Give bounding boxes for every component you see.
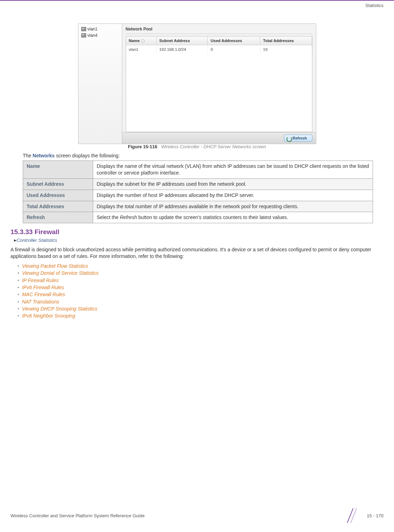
param-row: Refresh Select the Refresh button to upd… [23,212,373,223]
breadcrumb: ▸Controller Statistics [14,237,383,243]
param-desc: Displays the total number of IP addresse… [93,201,373,212]
list-item: NAT Translations [18,298,383,305]
breadcrumb-link[interactable]: Controller Statistics [16,238,57,243]
param-desc: Displays the name of the virtual network… [93,161,373,179]
section-heading-firewall: 15.3.33 Firewall [11,228,383,236]
list-item: IP Firewall Rules [18,277,383,284]
vlan-label: vlan4 [88,33,98,38]
figure-number: Figure 15-116 [128,144,157,149]
param-row: Used Addresses Displays the number of ho… [23,190,373,201]
dhcp-networks-screenshot: vlan1 vlan4 Network Pool Name Subnet Add… [78,23,316,144]
vlan-icon [81,27,86,31]
param-desc-pre: Select the [97,214,120,220]
page-footer: Wireless Controller and Service Platform… [11,508,383,523]
screenshot-figure: vlan1 vlan4 Network Pool Name Subnet Add… [78,23,316,149]
param-desc: Select the Refresh button to update the … [93,212,373,223]
param-row: Total Addresses Displays the total numbe… [23,201,373,212]
param-label: Total Addresses [23,201,93,212]
breadcrumb-arrow-icon: ▸ [14,238,16,243]
col-name-label: Name [129,39,140,43]
param-row: Name Displays the name of the virtual ne… [23,161,373,179]
list-item: MAC Firewall Rules [18,291,383,298]
list-item: Viewing Packet Flow Statistics [18,262,383,270]
refresh-button[interactable]: Refresh [284,135,312,142]
intro-sentence: The Networks screen displays the followi… [23,153,383,158]
col-used[interactable]: Used Addresses [208,36,260,45]
topic-link[interactable]: IPv6 Firewall Rules [22,285,64,290]
param-row: Subnet Address Displays the subnet for t… [23,178,373,190]
cell-subnet: 192.168.1.0/24 [156,45,208,54]
topic-link[interactable]: Viewing DHCP Snooping Statistics [22,306,97,312]
page-content: vlan1 vlan4 Network Pool Name Subnet Add… [0,9,394,320]
topic-link[interactable]: Viewing Denial of Service Statistics [22,270,98,276]
param-label: Subnet Address [23,178,93,190]
fieldset-title: Network Pool [122,24,316,33]
vlan-icon [81,33,86,37]
param-desc-post: button to update the screen's statistics… [137,214,288,220]
network-pool-table-wrap: Name Subnet Address Used Addresses Total… [126,36,312,132]
col-total[interactable]: Total Addresses [260,36,312,45]
intro-suffix: screen displays the following: [55,153,120,158]
topic-link[interactable]: MAC Firewall Rules [22,292,65,297]
param-label: Refresh [23,212,93,223]
figure-caption: Figure 15-116 Wireless Controller - DHCP… [78,144,316,149]
param-desc: Displays the subnet for the IP addresses… [93,178,373,190]
header-section-label: Statistics [365,3,383,8]
footer-page-number: 15 - 170 [367,513,383,518]
vlan-label: vlan1 [88,27,98,32]
cell-total: 19 [260,45,312,54]
topic-link[interactable]: IP Firewall Rules [22,278,59,283]
cell-used: 0 [208,45,260,54]
table-row[interactable]: vlan1 192.168.1.0/24 0 19 [126,45,312,54]
action-bar: Refresh [122,132,316,144]
col-name[interactable]: Name [126,36,157,45]
parameter-definition-table: Name Displays the name of the virtual ne… [23,161,373,223]
related-topics-list: Viewing Packet Flow Statistics Viewing D… [18,262,383,319]
intro-prefix: The [23,153,33,158]
topic-link[interactable]: IPv6 Neighbor Snooping [22,313,75,319]
vlan-sidebar: vlan1 vlan4 [78,24,122,144]
param-desc: Displays the number of host IP addresses… [93,190,373,201]
sidebar-item-vlan1[interactable]: vlan1 [78,26,122,32]
page-header: Statistics [0,0,394,9]
list-item: IPv6 Firewall Rules [18,284,383,291]
sidebar-item-vlan4[interactable]: vlan4 [78,32,122,39]
footer-doc-title: Wireless Controller and Service Platform… [11,513,145,518]
topic-link[interactable]: NAT Translations [22,299,59,305]
param-desc-em: Refresh [120,214,137,220]
sort-indicator-icon [141,39,145,43]
list-item: Viewing Denial of Service Statistics [18,270,383,277]
param-label: Used Addresses [23,190,93,201]
cell-name: vlan1 [126,45,157,54]
list-item: IPv6 Neighbor Snooping [18,312,383,319]
firewall-intro-paragraph: A firewall is designed to block unauthor… [11,246,383,260]
col-subnet[interactable]: Subnet Address [156,36,208,45]
network-pool-table: Name Subnet Address Used Addresses Total… [126,36,312,54]
topic-link[interactable]: Viewing Packet Flow Statistics [22,263,88,269]
footer-right: 15 - 170 [348,508,383,523]
table-header-row: Name Subnet Address Used Addresses Total… [126,36,312,45]
divider [126,34,312,34]
figure-description: Wireless Controller - DHCP Server Networ… [161,144,266,149]
intro-bold: Networks [33,153,55,158]
footer-slash-decor-icon [348,508,363,523]
list-item: Viewing DHCP Snooping Statistics [18,305,383,312]
param-label: Name [23,161,93,179]
network-pool-panel: Network Pool Name Subnet Address Used Ad… [122,24,316,144]
